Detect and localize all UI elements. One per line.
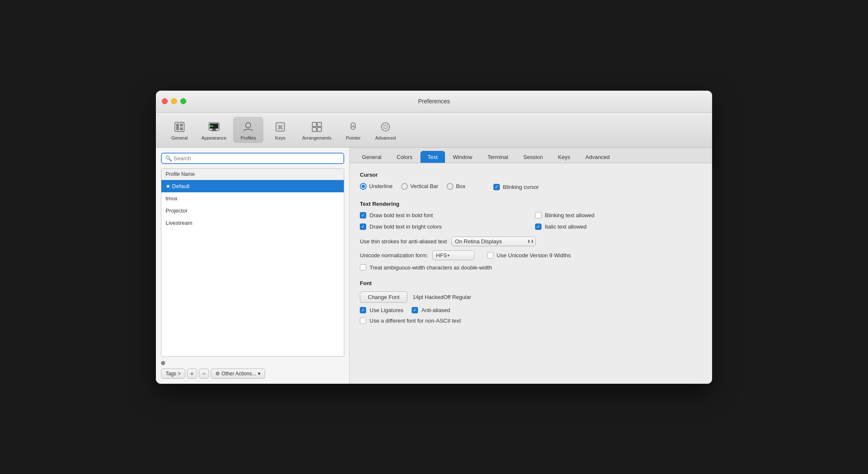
profile-item-default[interactable]: ★ Default	[161, 180, 344, 192]
tab-bar: General Colors Text Window Terminal Sess…	[350, 148, 712, 163]
toolbar-item-keys[interactable]: ⌘ Keys	[265, 117, 295, 143]
window-title: Preferences	[418, 98, 450, 105]
box-radio[interactable]	[447, 183, 453, 190]
toolbar-item-arrangements[interactable]: Arrangements	[297, 117, 336, 143]
svg-point-20	[384, 125, 387, 129]
keys-label: Keys	[275, 135, 285, 140]
italic-text-item[interactable]: Italic text allowed	[535, 224, 702, 230]
svg-rect-1	[176, 124, 179, 130]
pointer-icon	[346, 119, 361, 135]
blink-text-checkbox[interactable]	[535, 212, 541, 218]
profile-item-projector[interactable]: Projector	[161, 205, 344, 217]
text-rendering-grid: Draw bold text in bold font Blinking tex…	[360, 212, 702, 233]
svg-rect-13	[317, 122, 321, 127]
svg-rect-8	[210, 125, 213, 127]
unicode-v9-checkbox[interactable]	[487, 252, 493, 259]
ambiguous-label: Treat ambiguous-width characters as doub…	[370, 264, 492, 271]
svg-rect-2	[180, 124, 183, 127]
general-icon	[172, 119, 187, 135]
change-font-button[interactable]: Change Font	[360, 291, 407, 303]
underline-label: Underline	[369, 183, 393, 189]
anti-aliased-item[interactable]: Anti-aliased	[412, 307, 450, 313]
tab-keys[interactable]: Keys	[551, 151, 577, 163]
toolbar-item-pointer[interactable]: Pointer	[338, 117, 368, 143]
different-font-checkbox[interactable]	[360, 318, 366, 324]
svg-rect-6	[212, 130, 217, 131]
unicode-select[interactable]: HFS+ NFC NFD NFKC NFKD	[432, 250, 474, 260]
search-box[interactable]: 🔍	[161, 153, 344, 164]
blinking-cursor-item[interactable]: Blinking cursor	[493, 184, 539, 190]
cursor-underline[interactable]: Underline	[360, 183, 393, 190]
italic-text-checkbox[interactable]	[535, 224, 541, 230]
tab-text[interactable]: Text	[421, 151, 445, 163]
bold-bright-label: Draw bold text in bright colors	[370, 224, 442, 230]
blink-text-label: Blinking text allowed	[545, 212, 595, 218]
italic-text-label: Italic text allowed	[545, 224, 587, 230]
tab-session[interactable]: Session	[516, 151, 550, 163]
profiles-label: Profiles	[241, 135, 256, 140]
tags-button[interactable]: Tags >	[161, 369, 185, 379]
general-label: General	[171, 135, 188, 140]
minimize-button[interactable]	[171, 98, 177, 104]
tab-advanced[interactable]: Advanced	[578, 151, 617, 163]
close-button[interactable]	[162, 98, 168, 104]
tab-window[interactable]: Window	[446, 151, 480, 163]
blink-text-item[interactable]: Blinking text allowed	[535, 212, 702, 218]
unicode-v9-item[interactable]: Use Unicode Version 9 Widths	[487, 252, 571, 259]
toolbar-item-advanced[interactable]: Advanced	[370, 117, 401, 143]
thin-strokes-row: Use thin strokes for anti-aliased text O…	[360, 237, 702, 246]
gear-icon: ⚙	[215, 371, 220, 377]
content-area: 🔍 Profile Name ★ Default tmux Projector …	[156, 148, 712, 384]
svg-rect-15	[317, 127, 321, 132]
use-ligatures-checkbox[interactable]	[360, 307, 366, 313]
font-name-display: 14pt HackedOff Regular	[413, 294, 471, 300]
tab-colors[interactable]: Colors	[389, 151, 420, 163]
tab-terminal[interactable]: Terminal	[480, 151, 515, 163]
tab-general[interactable]: General	[355, 151, 388, 163]
ambiguous-item[interactable]: Treat ambiguous-width characters as doub…	[360, 264, 702, 271]
svg-rect-12	[312, 122, 316, 127]
thin-strokes-select[interactable]: On Retina Displays Always Never Auto	[451, 237, 536, 246]
toolbar-item-general[interactable]: General	[164, 117, 195, 143]
advanced-label: Advanced	[375, 135, 396, 140]
other-actions-button[interactable]: ⚙ Other Actions... ▾	[211, 369, 265, 379]
ambiguous-checkbox[interactable]	[360, 264, 366, 271]
maximize-button[interactable]	[180, 98, 186, 104]
svg-point-9	[246, 123, 251, 128]
bold-bright-item[interactable]: Draw bold text in bright colors	[360, 224, 527, 230]
profile-list: Profile Name ★ Default tmux Projector Li…	[161, 168, 344, 357]
add-profile-button[interactable]: +	[187, 369, 197, 379]
font-content: Change Font 14pt HackedOff Regular Use L…	[360, 291, 702, 327]
toolbar-item-appearance[interactable]: Appearance	[196, 117, 231, 143]
bold-bold-checkbox[interactable]	[360, 212, 366, 218]
toolbar-item-profiles[interactable]: Profiles	[233, 117, 263, 143]
svg-line-28	[383, 129, 383, 129]
underline-radio[interactable]	[360, 183, 367, 190]
appearance-label: Appearance	[201, 135, 226, 140]
profile-item-livestream[interactable]: Livestream	[161, 217, 344, 229]
different-font-item[interactable]: Use a different font for non-ASCII text	[360, 318, 702, 324]
anti-aliased-label: Anti-aliased	[421, 307, 450, 313]
anti-aliased-checkbox[interactable]	[412, 307, 418, 313]
svg-line-26	[388, 129, 388, 129]
use-ligatures-item[interactable]: Use Ligatures	[360, 307, 403, 313]
profile-item-tmux[interactable]: tmux	[161, 192, 344, 205]
text-rendering-title: Text Rendering	[360, 201, 702, 207]
cursor-title: Cursor	[360, 172, 702, 178]
arrangements-label: Arrangements	[302, 135, 331, 140]
different-font-label: Use a different font for non-ASCII text	[370, 318, 461, 324]
vertical-bar-radio[interactable]	[401, 183, 408, 190]
remove-profile-button[interactable]: −	[199, 369, 209, 379]
cursor-vertical-bar[interactable]: Vertical Bar	[401, 183, 438, 190]
search-input[interactable]	[174, 155, 340, 162]
font-title: Font	[360, 280, 702, 286]
pointer-label: Pointer	[346, 135, 361, 140]
svg-rect-14	[312, 127, 316, 132]
traffic-lights	[162, 98, 186, 104]
cursor-box[interactable]: Box	[447, 183, 465, 190]
bold-bright-checkbox[interactable]	[360, 224, 366, 230]
main-panel: General Colors Text Window Terminal Sess…	[350, 148, 712, 384]
search-icon: 🔍	[165, 155, 172, 162]
bold-bold-item[interactable]: Draw bold text in bold font	[360, 212, 527, 218]
blinking-cursor-checkbox[interactable]	[493, 184, 500, 190]
